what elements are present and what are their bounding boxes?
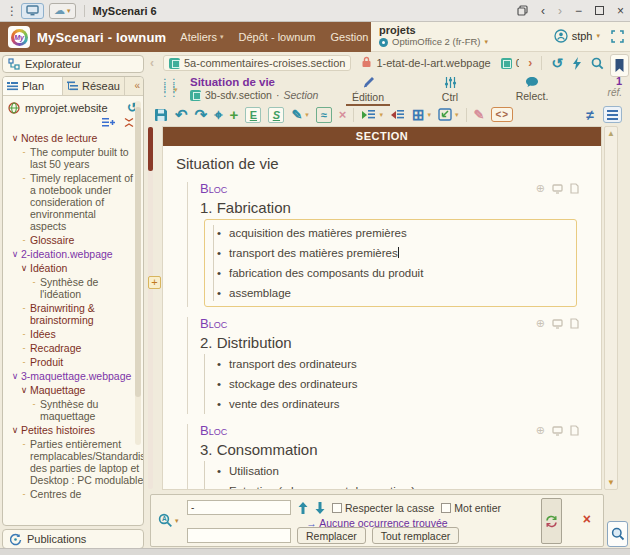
find-previous-icon[interactable]: [298, 502, 308, 514]
history-icon[interactable]: ↺: [551, 55, 563, 71]
find-next-icon[interactable]: [315, 502, 325, 514]
tree-item[interactable]: -Glossaire: [7, 234, 134, 246]
tab-plan[interactable]: Plan: [3, 77, 63, 95]
project-root-row[interactable]: myprojet.website ↺: [3, 96, 143, 116]
block-globe-icon[interactable]: ⊕: [536, 318, 545, 329]
block-tag-label[interactable]: Bloc: [200, 424, 227, 437]
emphasis-button[interactable]: E: [245, 107, 261, 123]
dropdown-caret-icon[interactable]: ▾: [379, 111, 383, 119]
tree-item[interactable]: -Synthèse de l'idéation: [7, 276, 134, 300]
explorer-header[interactable]: Explorateur: [2, 55, 144, 73]
locate-icon[interactable]: ⌖: [214, 107, 222, 122]
tabs-scroll-right-icon[interactable]: ›: [528, 56, 532, 70]
tree-item[interactable]: ∨Notes de lecture: [7, 132, 134, 144]
content-scrollbar[interactable]: ▲ ▼: [604, 126, 618, 490]
dropdown-caret-icon[interactable]: ▾: [427, 111, 431, 119]
document-tab[interactable]: 5a-commentaires-croises.section: [163, 55, 351, 71]
tree-item[interactable]: -Timely replacement of a notebook under …: [7, 172, 134, 232]
block-heading[interactable]: 1. Fabrication: [200, 199, 587, 216]
sidebar-scrollbar[interactable]: [135, 101, 141, 445]
list-item[interactable]: transport des matières premières: [213, 243, 576, 263]
mode-tab-relect[interactable]: Relect.: [510, 76, 554, 106]
copy-window-icon[interactable]: [517, 5, 528, 16]
content-title[interactable]: Situation de vie: [176, 155, 601, 172]
tree-item[interactable]: ∨Maquettage: [7, 384, 134, 396]
match-case-checkbox[interactable]: Respecter la casse: [332, 502, 434, 514]
insert-block-icon[interactable]: [438, 108, 452, 121]
list-item[interactable]: vente des ordinateurs: [213, 394, 587, 414]
maximize-button[interactable]: [595, 6, 604, 15]
sidebar-collapse-icon[interactable]: «: [134, 80, 140, 91]
cloud-mode-button[interactable]: ☁ ▾: [49, 3, 76, 19]
drag-handle-icon[interactable]: ⋮⋮⋮⋮⋮⋮: [160, 80, 168, 96]
list-item[interactable]: assemblage: [213, 283, 576, 303]
undo-icon[interactable]: ↶: [175, 107, 188, 122]
dropdown-caret-icon[interactable]: ▾: [455, 111, 459, 119]
desktop-mode-button[interactable]: [21, 3, 44, 19]
block-heading[interactable]: 3. Consommation: [200, 441, 587, 458]
save-icon[interactable]: [154, 108, 168, 122]
list-item[interactable]: transport des ordinateurs: [213, 354, 587, 374]
collapse-all-icon[interactable]: [123, 117, 135, 128]
document-tab[interactable]: 0-presentatior: [501, 57, 520, 69]
tree-item[interactable]: -Centres de remanufacture: [7, 488, 134, 502]
nav-forward-icon[interactable]: ›: [558, 4, 562, 18]
fullscreen-button[interactable]: [611, 29, 624, 47]
block-tag-label[interactable]: Bloc: [200, 317, 227, 330]
whole-word-checkbox[interactable]: Mot entier: [441, 502, 501, 514]
tree-item[interactable]: ∨3-maquettage.webpage: [7, 370, 134, 382]
list-item[interactable]: acquisition des matières premières: [213, 223, 576, 243]
mode-tab-dition[interactable]: Édition: [346, 76, 390, 106]
block-item-list[interactable]: acquisition des matières premièrestransp…: [204, 219, 577, 307]
tree-item[interactable]: -Idées: [7, 328, 134, 340]
app-kebab-menu-icon[interactable]: ⋮: [6, 4, 16, 18]
pen-style-icon[interactable]: ✎: [291, 108, 302, 121]
scroll-down-icon[interactable]: ▼: [605, 478, 617, 487]
replace-input[interactable]: [187, 528, 291, 543]
outline-view-button[interactable]: [603, 106, 622, 123]
block-display-icon[interactable]: [552, 319, 563, 329]
search-icon[interactable]: [591, 57, 604, 70]
add-block-button[interactable]: +: [148, 276, 161, 289]
tree-item[interactable]: -Brainwriting & brainstorming: [7, 302, 134, 326]
lightning-icon[interactable]: [572, 57, 582, 70]
block-heading[interactable]: 2. Distribution: [200, 334, 587, 351]
tree-item[interactable]: ∨2-ideation.webpage: [7, 248, 134, 260]
remove-icon[interactable]: ×: [339, 108, 347, 121]
tree-item[interactable]: -Produit: [7, 356, 134, 368]
loop-search-toggle[interactable]: [541, 498, 562, 544]
block-item-list[interactable]: transport des ordinateursstockage des or…: [204, 354, 587, 414]
nav-back-icon[interactable]: ‹: [541, 4, 545, 18]
dropdown-caret-icon[interactable]: ▾: [305, 111, 309, 119]
search-input[interactable]: [187, 500, 291, 515]
list-item[interactable]: Utilisation: [213, 461, 587, 481]
block-page-icon[interactable]: [570, 425, 579, 436]
compare-icon[interactable]: ≠: [586, 107, 594, 123]
block-globe-icon[interactable]: ⊕: [536, 425, 545, 436]
close-search-icon[interactable]: ×: [583, 512, 591, 526]
block-item-list[interactable]: UtilisationEntretien ( changement des pa…: [204, 461, 587, 490]
menu-item-gestion[interactable]: Gestion▾: [331, 31, 375, 43]
dropdown-caret-icon[interactable]: ▾: [174, 86, 178, 94]
expand-all-icon[interactable]: [102, 117, 115, 128]
block-display-icon[interactable]: [552, 184, 563, 194]
menu-item-ateliers[interactable]: Ateliers▾: [180, 31, 223, 43]
tabs-scroll-left-icon[interactable]: ‹: [150, 56, 154, 70]
document-tab[interactable]: 1-etat-de-l-art.webpage: [361, 56, 490, 70]
table-icon[interactable]: ⊞: [412, 107, 425, 122]
list-item[interactable]: stockage des ordinateurs: [213, 374, 587, 394]
outdent-icon[interactable]: [390, 109, 405, 121]
user-menu[interactable]: stph ▾: [554, 29, 600, 43]
block-display-icon[interactable]: [552, 426, 563, 436]
tree-item[interactable]: -Recadrage: [7, 342, 134, 354]
redo-icon[interactable]: ↷: [195, 107, 208, 122]
block-page-icon[interactable]: [570, 318, 579, 329]
tree-item[interactable]: -The computer built to last 50 years: [7, 146, 134, 170]
minimize-button[interactable]: −: [575, 4, 582, 18]
formula-icon[interactable]: ≈: [316, 107, 332, 123]
special-style-button[interactable]: S: [268, 107, 284, 123]
tree-item[interactable]: ∨Petites histoires: [7, 424, 134, 436]
block-globe-icon[interactable]: ⊕: [536, 183, 545, 194]
tree-item[interactable]: ∨Idéation: [7, 262, 134, 274]
publications-bar[interactable]: Publications: [2, 529, 144, 549]
